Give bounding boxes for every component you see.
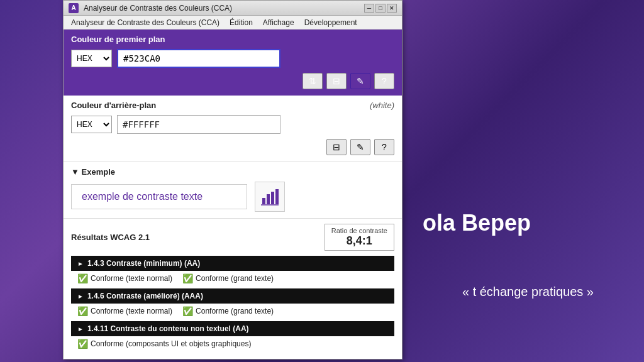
fg-section-title: Couleur de premier plan bbox=[71, 35, 394, 44]
conform-label-146-large: Conforme (grand texte) bbox=[196, 307, 274, 315]
arrow-icon-1411: ► bbox=[77, 326, 84, 332]
wcag-header-143[interactable]: ► 1.4.3 Contraste (minimum) (AA) bbox=[71, 256, 394, 271]
app-icon: A bbox=[69, 3, 79, 13]
arrow-icon-146: ► bbox=[77, 293, 84, 300]
bg-hex-input[interactable] bbox=[117, 115, 280, 134]
menu-developpement[interactable]: Développement bbox=[299, 17, 362, 28]
menu-edition[interactable]: Édition bbox=[225, 17, 258, 28]
example-row: exemple de contraste texte bbox=[71, 182, 394, 212]
contrast-ratio-box: Ratio de contraste 8,4:1 bbox=[325, 224, 394, 251]
conform-large-146: ✅ Conforme (grand texte) bbox=[182, 306, 274, 316]
maximize-button[interactable]: □ bbox=[375, 4, 386, 13]
window-title: Analyseur de Contraste des Couleurs (CCA… bbox=[84, 4, 359, 13]
results-section: Résultats WCAG 2.1 Ratio de contraste 8,… bbox=[64, 219, 402, 359]
wcag-header-146[interactable]: ► 1.4.6 Contraste (amélioré) (AAA) bbox=[71, 288, 394, 304]
contrast-ratio-label: Ratio de contraste bbox=[331, 227, 387, 234]
conform-label-146-normal: Conforme (texte normal) bbox=[91, 307, 172, 315]
conform-label-1411-ui: Conforme (composants UI et objets graphi… bbox=[91, 339, 251, 348]
fg-help-button[interactable]: ? bbox=[374, 73, 394, 89]
bg-quote-text: « t échange pratiques » bbox=[462, 285, 594, 299]
bg-input-row: HEX RGB HSL bbox=[71, 115, 394, 134]
wcag-results-146: ✅ Conforme (texte normal) ✅ Conforme (gr… bbox=[71, 304, 394, 319]
bg-section-title: Couleur d'arrière-plan bbox=[71, 101, 156, 110]
menu-analyser[interactable]: Analyseur de Contraste des Couleurs (CCA… bbox=[66, 17, 225, 28]
example-section-title: ▼ Exemple bbox=[71, 167, 394, 177]
chart-icon bbox=[261, 188, 279, 206]
bg-white-label: (white) bbox=[370, 101, 394, 110]
contrast-ratio-value: 8,4:1 bbox=[331, 234, 387, 248]
wcag-label-146: 1.4.6 Contraste (amélioré) (AAA) bbox=[87, 292, 203, 300]
bg-format-select[interactable]: HEX RGB HSL bbox=[71, 116, 112, 133]
arrow-icon-143: ► bbox=[77, 260, 84, 267]
conform-normal-146: ✅ Conforme (texte normal) bbox=[77, 306, 172, 316]
check-icon-143-large: ✅ bbox=[182, 273, 193, 283]
conform-label-143-normal: Conforme (texte normal) bbox=[91, 274, 172, 283]
wcag-header-1411[interactable]: ► 1.4.11 Contraste du contenu non textue… bbox=[71, 321, 394, 336]
wcag-label-143: 1.4.3 Contraste (minimum) (AA) bbox=[87, 259, 200, 268]
minimize-button[interactable]: ─ bbox=[364, 4, 374, 13]
conform-ui-1411: ✅ Conforme (composants UI et objets grap… bbox=[77, 339, 251, 349]
bg-eyedropper-button[interactable]: ✎ bbox=[350, 139, 370, 155]
swap-button[interactable]: ⇅ bbox=[303, 73, 323, 89]
check-icon-143-normal: ✅ bbox=[77, 273, 88, 283]
fg-sliders-button[interactable]: ⊟ bbox=[326, 73, 347, 89]
results-title: Résultats WCAG 2.1 bbox=[71, 233, 150, 242]
svg-rect-1 bbox=[267, 194, 270, 204]
check-icon-1411-ui: ✅ bbox=[77, 339, 88, 349]
fg-hex-input[interactable] bbox=[117, 49, 280, 68]
check-icon-146-large: ✅ bbox=[182, 306, 193, 316]
wcag-label-1411: 1.4.11 Contraste du contenu non textuel … bbox=[87, 324, 249, 333]
cca-window: A Analyseur de Contraste des Couleurs (C… bbox=[63, 0, 402, 359]
menu-bar: Analyseur de Contraste des Couleurs (CCA… bbox=[64, 16, 402, 30]
fg-buttons-row: ⇅ ⊟ ✎ ? bbox=[71, 73, 394, 89]
fg-eyedropper-button[interactable]: ✎ bbox=[350, 73, 370, 89]
results-header: Résultats WCAG 2.1 Ratio de contraste 8,… bbox=[71, 224, 394, 251]
bg-buttons-row: ⊟ ✎ ? bbox=[71, 139, 394, 155]
wcag-results-143: ✅ Conforme (texte normal) ✅ Conforme (gr… bbox=[71, 271, 394, 286]
bg-help-button[interactable]: ? bbox=[374, 139, 394, 155]
close-button[interactable]: ✕ bbox=[387, 4, 397, 13]
svg-rect-0 bbox=[262, 198, 265, 204]
bg-person-name: ola Bepep bbox=[423, 210, 531, 236]
wcag-item-146: ► 1.4.6 Contraste (amélioré) (AAA) ✅ Con… bbox=[71, 288, 394, 319]
chart-icon-button[interactable] bbox=[255, 182, 285, 212]
check-icon-146-normal: ✅ bbox=[77, 306, 88, 316]
example-text-preview: exemple de contraste texte bbox=[71, 184, 247, 209]
bg-color-section: Couleur d'arrière-plan (white) HEX RGB H… bbox=[64, 96, 402, 162]
bg-section-header: Couleur d'arrière-plan (white) bbox=[71, 101, 394, 110]
fg-format-select[interactable]: HEX RGB HSL bbox=[71, 50, 112, 67]
example-section: ▼ Exemple exemple de contraste texte bbox=[64, 162, 402, 219]
menu-affichage[interactable]: Affichage bbox=[258, 17, 299, 28]
fg-color-section: Couleur de premier plan HEX RGB HSL ⇅ ⊟ … bbox=[64, 30, 402, 96]
bg-sliders-button[interactable]: ⊟ bbox=[326, 139, 347, 155]
window-controls: ─ □ ✕ bbox=[364, 4, 397, 13]
title-bar: A Analyseur de Contraste des Couleurs (C… bbox=[64, 1, 402, 16]
conform-large-143: ✅ Conforme (grand texte) bbox=[182, 273, 274, 283]
conform-label-143-large: Conforme (grand texte) bbox=[196, 274, 274, 283]
conform-normal-143: ✅ Conforme (texte normal) bbox=[77, 273, 172, 283]
wcag-results-1411: ✅ Conforme (composants UI et objets grap… bbox=[71, 336, 394, 351]
wcag-item-1411: ► 1.4.11 Contraste du contenu non textue… bbox=[71, 321, 394, 351]
svg-rect-2 bbox=[271, 192, 274, 204]
fg-input-row: HEX RGB HSL bbox=[71, 49, 394, 68]
svg-rect-3 bbox=[275, 189, 279, 204]
wcag-item-143: ► 1.4.3 Contraste (minimum) (AA) ✅ Confo… bbox=[71, 256, 394, 286]
